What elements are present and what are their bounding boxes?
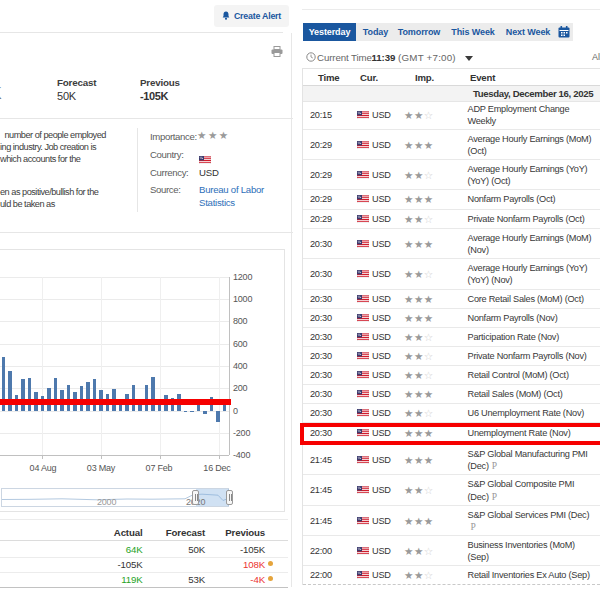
- event-row[interactable]: 20:30 USD★★★Core Retail Sales (MoM) (Oct…: [303, 290, 600, 310]
- event-time: 20:30: [310, 408, 332, 418]
- event-name[interactable]: S&P Global Services PMI (Dec)P: [468, 508, 590, 533]
- event-row[interactable]: 20:30 USD★★☆Average Hourly Earnings (YoY…: [303, 259, 600, 290]
- y-axis-label: -400: [233, 450, 263, 460]
- event-time: 20:30: [310, 269, 332, 279]
- event-currency: USD: [372, 269, 391, 279]
- navigator-handle[interactable]: [192, 490, 199, 505]
- event-currency: USD: [372, 239, 391, 249]
- history-header-border: [0, 540, 288, 541]
- event-row[interactable]: 20:30 USD★★☆Private Nonfarm Payrolls (No…: [303, 347, 600, 366]
- tab-next-week[interactable]: Next Week: [503, 23, 553, 41]
- event-name[interactable]: U6 Unemployment Rate (Nov): [468, 406, 585, 419]
- us-flag-icon: [357, 295, 369, 303]
- event-name[interactable]: Nonfarm Payrolls (Oct): [468, 193, 556, 206]
- event-name[interactable]: Core Retail Sales (MoM) (Oct): [468, 293, 584, 306]
- chart-bar: [93, 379, 97, 411]
- importance-stars: ★★★: [404, 293, 434, 305]
- event-time: 20:29: [310, 194, 332, 204]
- tab-tomorrow[interactable]: Tomorrow: [395, 23, 443, 41]
- current-time-prefix: Current Time:: [317, 52, 374, 63]
- event-name[interactable]: Average Hourly Earnings (MoM)(Nov): [468, 231, 592, 256]
- current-time-zone[interactable]: (GMT +7:00): [398, 52, 456, 63]
- importance-stars: ★★★: [197, 129, 230, 141]
- left-panel-right-border: [291, 33, 292, 587]
- event-currency: USD: [372, 170, 391, 180]
- grid-line-h: [0, 433, 229, 434]
- event-row[interactable]: 20:29 USD★★★Nonfarm Payrolls (Oct): [303, 190, 600, 210]
- event-row[interactable]: 21:45 USD★★★S&P Global Services PMI (Dec…: [303, 506, 600, 536]
- event-name[interactable]: ADP Employment ChangeWeekly: [468, 102, 570, 127]
- tab-yesterday[interactable]: Yesterday: [303, 23, 356, 41]
- chart-bar: [145, 385, 149, 411]
- event-time: 20:29: [310, 214, 332, 224]
- importance-stars: ★★★: [404, 238, 434, 250]
- us-flag-icon: [199, 150, 211, 168]
- event-row[interactable]: 21:45 USD★★★S&P Global Manufacturing PMI…: [303, 445, 600, 475]
- event-row[interactable]: 20:30 USD★★☆Retail Control (MoM) (Oct): [303, 366, 600, 385]
- event-currency: USD: [372, 408, 391, 418]
- tab-this-week[interactable]: This Week: [448, 23, 498, 41]
- source-link-line2[interactable]: Statistics: [199, 197, 235, 208]
- right-cut-label[interactable]: All: [592, 52, 600, 62]
- event-name[interactable]: Nonfarm Payrolls (Nov): [468, 312, 558, 325]
- importance-stars: ★★★: [404, 312, 434, 324]
- chart-navigator[interactable]: 20002020: [1, 488, 229, 507]
- event-name[interactable]: Average Hourly Earnings (MoM)(Oct): [468, 132, 592, 157]
- y-axis-label: 1200: [233, 272, 263, 282]
- event-row[interactable]: 20:29 USD★★☆Average Hourly Earnings (YoY…: [303, 160, 600, 190]
- preliminary-icon: P: [492, 491, 497, 501]
- event-name[interactable]: Private Nonfarm Payrolls (Oct): [468, 213, 585, 226]
- us-flag-icon: [357, 270, 369, 278]
- description-line: which accounts for the: [0, 154, 80, 164]
- event-name[interactable]: Participation Rate (Nov): [468, 330, 560, 343]
- chevron-down-icon[interactable]: [465, 56, 473, 61]
- event-row[interactable]: 21:45 USD★★☆S&P Global Composite PMI(Dec…: [303, 475, 600, 506]
- event-name[interactable]: S&P Global Manufacturing PMI(Dec)P: [468, 447, 588, 472]
- grid-line-v: [160, 277, 161, 455]
- event-row[interactable]: 20:30 USD★★☆Participation Rate (Nov): [303, 328, 600, 347]
- x-axis-label: 16 Dec: [203, 463, 230, 473]
- event-name[interactable]: Average Hourly Earnings (YoY)(YoY) (Oct): [468, 162, 588, 187]
- divider-release: [0, 118, 293, 119]
- chart-bar: [190, 411, 194, 412]
- event-name[interactable]: Private Nonfarm Payrolls (Nov): [468, 349, 587, 362]
- calendar-icon[interactable]: [558, 26, 570, 38]
- event-name[interactable]: Retail Sales (MoM) (Oct): [468, 387, 563, 400]
- us-flag-icon: [357, 333, 369, 341]
- event-row[interactable]: 20:30 USD★★★Retail Sales (MoM) (Oct): [303, 385, 600, 404]
- grid-line-h: [0, 344, 229, 345]
- chart-bar: [54, 378, 58, 411]
- history-top-border: [0, 519, 288, 520]
- date-row: Tuesday, December 16, 2025: [303, 86, 600, 102]
- navigator-handle[interactable]: [226, 490, 233, 505]
- event-name[interactable]: Retail Control (MoM) (Oct): [468, 368, 569, 381]
- event-name[interactable]: Retail Inventories Ex Auto (Sep): [468, 569, 590, 582]
- event-row[interactable]: 20:15 USD★★☆ADP Employment ChangeWeekly: [303, 101, 600, 131]
- event-name[interactable]: Business Inventories (MoM)(Sep): [468, 538, 575, 563]
- printer-icon[interactable]: [271, 46, 283, 57]
- country-label: Country:: [150, 149, 183, 160]
- source-label: Source:: [150, 184, 181, 195]
- us-flag-icon: [357, 215, 369, 223]
- grid-line-h: [0, 321, 229, 322]
- create-alert-label: Create Alert: [234, 11, 281, 21]
- history-chart[interactable]: 120010008006004002000-200-40004 Aug03 Ma…: [0, 249, 285, 512]
- event-time: 21:45: [310, 485, 332, 495]
- importance-label: Importance:: [150, 131, 197, 142]
- event-row[interactable]: 20:29 USD★★☆Private Nonfarm Payrolls (Oc…: [303, 210, 600, 230]
- description-line: number of people employed: [5, 130, 106, 140]
- event-row[interactable]: 20:30 USD★★★Average Hourly Earnings (MoM…: [303, 229, 600, 259]
- event-row[interactable]: 22:00 USD★★☆Business Inventories (MoM)(S…: [303, 536, 600, 566]
- importance-stars: ★★★: [404, 139, 434, 151]
- event-row[interactable]: 20:29 USD★★★Average Hourly Earnings (MoM…: [303, 130, 600, 160]
- latest-actual-value-clipped: 64K: [0, 84, 1, 104]
- event-name[interactable]: Average Hourly Earnings (YoY)(YoY) (Nov): [468, 261, 588, 286]
- event-row[interactable]: 22:00 USD★★☆Retail Inventories Ex Auto (…: [303, 566, 600, 585]
- event-row[interactable]: 20:30 USD★★★Nonfarm Payrolls (Nov): [303, 309, 600, 328]
- source-link-line1[interactable]: Bureau of Labor: [199, 184, 264, 195]
- event-name[interactable]: S&P Global Composite PMI(Dec)P: [468, 478, 575, 503]
- create-alert-button[interactable]: Create Alert: [214, 5, 289, 27]
- screenshot-stage: 64K Create Alert Forecast 50K Previous -…: [0, 0, 600, 600]
- event-row[interactable]: 20:30 USD★★☆U6 Unemployment Rate (Nov): [303, 404, 600, 423]
- tab-today[interactable]: Today: [358, 23, 393, 41]
